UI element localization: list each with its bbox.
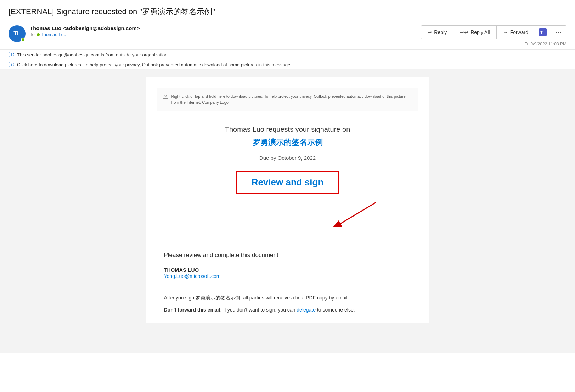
svg-line-3 (340, 202, 376, 224)
review-and-sign-button[interactable]: Review and sign (236, 171, 339, 194)
info-icon-2: i (9, 62, 14, 67)
after-sign-text: After you sign 罗勇演示的签名示例, all parties wi… (164, 294, 411, 302)
reply-arrow-icon: ↩ (428, 29, 432, 35)
sender-section: TL Thomas Luo <adobesign@adobesign.com> … (9, 25, 140, 42)
btn-row: ↩ Reply ↩↩ Reply All → Forward T ··· (421, 25, 566, 39)
dont-forward-text: Don't forward this email: If you don't w… (164, 306, 411, 314)
red-arrow-icon (319, 199, 383, 227)
logo-placeholder-text: Right-click or tap and hold here to down… (171, 94, 412, 105)
email-header: TL Thomas Luo <adobesign@adobesign.com> … (0, 21, 575, 50)
reply-all-arrow-icon: ↩↩ (460, 29, 468, 35)
email-timestamp: Fri 9/9/2022 11:03 PM (524, 41, 566, 46)
sender-block-email-link[interactable]: Yong.Luo@microsoft.com (164, 273, 221, 279)
email-subject: [EXTERNAL] Signature requested on "罗勇演示的… (0, 0, 575, 21)
email-card: ✕ Right-click or tap and hold here to do… (146, 77, 429, 323)
dont-forward-rest: If you don't want to sign, you can (223, 307, 297, 313)
green-dot (37, 33, 40, 36)
svg-text:T: T (540, 30, 543, 35)
dont-forward-bold: Don't forward this email: (164, 307, 222, 313)
more-icon: ··· (556, 29, 562, 36)
logo-placeholder: ✕ Right-click or tap and hold here to do… (157, 88, 418, 111)
action-buttons: ↩ Reply ↩↩ Reply All → Forward T ··· (421, 25, 566, 46)
dont-forward-end: to someone else. (317, 307, 355, 313)
sender-info: Thomas Luo <adobesign@adobesign.com> To … (30, 25, 140, 37)
reply-all-button[interactable]: ↩↩ Reply All (453, 25, 496, 39)
forward-button[interactable]: → Forward (496, 25, 535, 39)
arrow-annotation (164, 197, 411, 229)
sender-to-row: To Thomas Luo (30, 32, 140, 37)
sender-name-email: Thomas Luo <adobesign@adobesign.com> (30, 25, 140, 31)
forward-arrow-icon: → (503, 29, 508, 35)
request-text: Thomas Luo requests your signature on (164, 125, 411, 134)
info-icon-1: i (9, 52, 14, 57)
email-lower: Please review and complete this document… (146, 243, 429, 323)
broken-image-icon: ✕ (163, 94, 168, 99)
email-body: ✕ Right-click or tap and hold here to do… (0, 69, 575, 353)
reply-button[interactable]: ↩ Reply (421, 25, 453, 39)
sender-block: THOMAS LUO Yong.Luo@microsoft.com (164, 267, 411, 279)
teams-icon: T (539, 28, 547, 36)
info-banner-pictures[interactable]: i Click here to download pictures. To he… (0, 60, 575, 69)
teams-button[interactable]: T (535, 25, 551, 39)
to-label: To (30, 32, 35, 37)
due-date: Due by October 9, 2022 (164, 155, 411, 161)
delegate-link[interactable]: delegate (297, 307, 316, 313)
doc-title: 罗勇演示的签名示例 (164, 137, 411, 148)
more-button[interactable]: ··· (551, 25, 566, 39)
email-card-body: Thomas Luo requests your signature on 罗勇… (146, 118, 429, 243)
lower-divider (164, 288, 411, 288)
info-banner-external: i This sender adobesign@adobesign.com is… (0, 50, 575, 60)
sender-block-name: THOMAS LUO (164, 267, 411, 273)
please-review-text: Please review and complete this document (164, 252, 411, 259)
recipient-name: Thomas Luo (37, 32, 66, 37)
online-indicator (21, 38, 25, 42)
avatar: TL (9, 25, 26, 42)
